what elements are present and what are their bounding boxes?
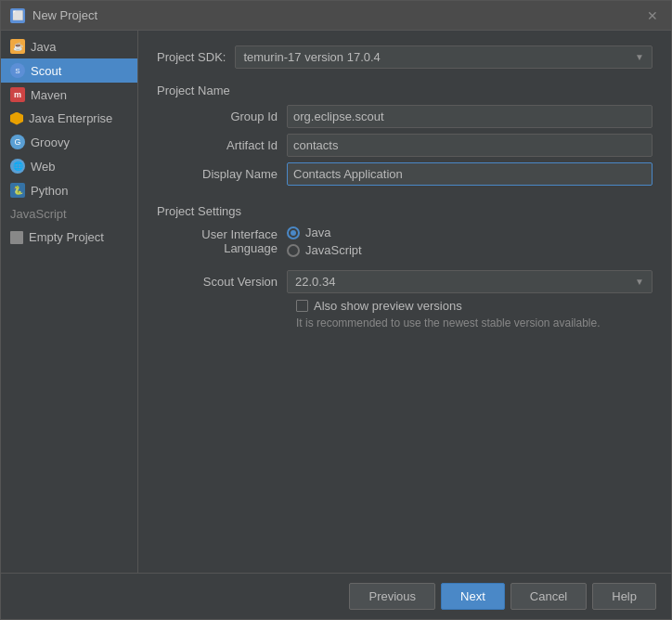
sdk-row: Project SDK: temurin-17 version 17.0.4 ▼: [157, 45, 653, 69]
scout-version-row: Scout Version 22.0.34 ▼: [157, 270, 653, 293]
scout-icon: S: [10, 63, 25, 78]
content-area: ☕ Java S Scout m Maven Java Enterprise G…: [1, 31, 671, 573]
ui-language-label: User Interface Language: [157, 226, 287, 255]
title-bar: ⬜ New Project ✕: [1, 1, 671, 31]
scout-version-arrow-icon: ▼: [635, 277, 644, 287]
sidebar: ☕ Java S Scout m Maven Java Enterprise G…: [1, 31, 138, 573]
maven-icon: m: [10, 87, 25, 102]
java-icon: ☕: [10, 39, 25, 54]
sidebar-label-python: Python: [31, 184, 68, 198]
sidebar-item-maven[interactable]: m Maven: [1, 83, 137, 107]
dialog-icon: ⬜: [10, 8, 25, 23]
preview-checkbox-row[interactable]: Also show preview versions: [296, 299, 653, 313]
sdk-dropdown[interactable]: temurin-17 version 17.0.4 ▼: [235, 45, 653, 69]
radio-javascript-button[interactable]: [287, 244, 300, 257]
radio-java[interactable]: Java: [287, 226, 362, 239]
sidebar-item-python[interactable]: 🐍 Python: [1, 178, 137, 202]
settings-section-label: Project Settings: [157, 204, 653, 218]
radio-javascript-label: JavaScript: [305, 243, 362, 257]
radio-java-button[interactable]: [287, 226, 300, 239]
artifact-id-label: Artifact Id: [157, 138, 287, 152]
artifact-id-row: Artifact Id: [157, 134, 653, 157]
new-project-dialog: ⬜ New Project ✕ ☕ Java S Scout m Maven J…: [0, 0, 672, 620]
empty-project-icon: [10, 231, 23, 244]
sidebar-label-scout: Scout: [31, 64, 61, 78]
javascript-section-label: JavaScript: [1, 202, 137, 226]
ui-language-row: User Interface Language Java JavaScript: [157, 226, 653, 257]
sidebar-item-groovy[interactable]: G Groovy: [1, 130, 137, 154]
sidebar-label-empty: Empty Project: [29, 230, 104, 244]
sdk-value: temurin-17 version 17.0.4: [243, 50, 380, 64]
python-icon: 🐍: [10, 183, 25, 198]
group-id-input[interactable]: [287, 105, 653, 128]
artifact-id-input[interactable]: [287, 134, 653, 157]
next-button[interactable]: Next: [441, 583, 505, 610]
web-icon: 🌐: [10, 159, 25, 174]
sidebar-label-groovy: Groovy: [31, 136, 70, 149]
radio-java-label: Java: [305, 226, 330, 239]
main-panel: Project SDK: temurin-17 version 17.0.4 ▼…: [138, 31, 671, 573]
project-settings-section: Project Settings User Interface Language…: [157, 204, 653, 329]
sidebar-label-web: Web: [31, 160, 56, 174]
dialog-title: New Project: [32, 8, 97, 22]
project-name-section-label: Project Name: [157, 84, 653, 97]
sdk-label: Project SDK:: [157, 50, 226, 64]
enterprise-icon: [10, 112, 23, 125]
sidebar-item-scout[interactable]: S Scout: [1, 58, 137, 83]
sidebar-label-maven: Maven: [31, 88, 67, 102]
ui-language-radio-group: Java JavaScript: [287, 226, 362, 257]
previous-button[interactable]: Previous: [349, 583, 435, 610]
radio-javascript[interactable]: JavaScript: [287, 243, 362, 257]
preview-checkbox-label: Also show preview versions: [314, 299, 462, 313]
scout-version-label: Scout Version: [157, 275, 287, 289]
hint-text: It is recommended to use the newest stab…: [296, 316, 653, 329]
scout-version-value: 22.0.34: [295, 275, 335, 289]
display-name-input[interactable]: [287, 162, 653, 186]
sidebar-item-web[interactable]: 🌐 Web: [1, 154, 137, 178]
display-name-label: Display Name: [157, 167, 287, 181]
sidebar-item-empty-project[interactable]: Empty Project: [1, 226, 137, 249]
preview-checkbox[interactable]: [296, 300, 308, 312]
sidebar-label-java: Java: [31, 40, 56, 54]
sidebar-item-java-enterprise[interactable]: Java Enterprise: [1, 107, 137, 130]
group-id-label: Group Id: [157, 110, 287, 123]
close-button[interactable]: ✕: [643, 6, 662, 25]
footer: Previous Next Cancel Help: [1, 573, 671, 619]
cancel-button[interactable]: Cancel: [510, 583, 587, 610]
groovy-icon: G: [10, 135, 25, 149]
scout-version-dropdown[interactable]: 22.0.34 ▼: [287, 270, 653, 293]
sidebar-item-java[interactable]: ☕ Java: [1, 34, 137, 58]
sdk-dropdown-arrow-icon: ▼: [635, 52, 644, 62]
title-bar-left: ⬜ New Project: [10, 8, 97, 23]
sidebar-label-enterprise: Java Enterprise: [29, 111, 112, 125]
help-button[interactable]: Help: [592, 583, 656, 610]
group-id-row: Group Id: [157, 105, 653, 128]
form-group: Group Id Artifact Id Display Name: [157, 105, 653, 191]
display-name-row: Display Name: [157, 162, 653, 186]
